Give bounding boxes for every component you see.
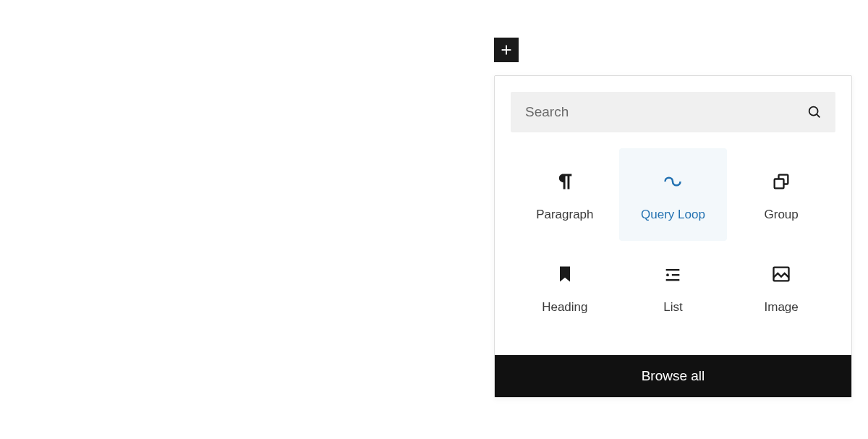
bookmark-icon <box>555 264 575 284</box>
block-label: Image <box>765 300 799 315</box>
block-item-paragraph[interactable]: Paragraph <box>511 148 619 241</box>
block-item-query-loop[interactable]: Query Loop <box>619 148 728 241</box>
block-item-heading[interactable]: Heading <box>511 241 619 333</box>
block-item-group[interactable]: Group <box>727 148 835 241</box>
block-inserter-popover: Paragraph Query Loop Group <box>494 75 852 398</box>
blocks-grid: Paragraph Query Loop Group <box>495 132 851 355</box>
search-box <box>511 92 835 132</box>
add-block-button[interactable] <box>494 38 519 62</box>
search-icon <box>807 104 822 120</box>
loop-icon <box>663 171 683 192</box>
block-label: List <box>663 300 682 315</box>
image-icon <box>771 264 791 284</box>
block-label: Query Loop <box>641 208 705 222</box>
block-item-list[interactable]: List <box>619 241 728 333</box>
group-icon <box>771 171 791 192</box>
block-label: Group <box>765 208 799 222</box>
pilcrow-icon <box>555 171 575 192</box>
svg-point-7 <box>667 273 670 276</box>
block-label: Paragraph <box>536 208 593 222</box>
browse-all-button[interactable]: Browse all <box>495 355 851 397</box>
search-row <box>495 76 851 132</box>
block-item-image[interactable]: Image <box>727 241 835 333</box>
svg-rect-5 <box>775 179 784 189</box>
plus-icon <box>498 42 514 58</box>
svg-point-2 <box>809 107 818 116</box>
svg-line-3 <box>817 114 820 117</box>
block-label: Heading <box>542 300 587 315</box>
list-icon <box>663 264 683 284</box>
search-input[interactable] <box>511 92 835 132</box>
